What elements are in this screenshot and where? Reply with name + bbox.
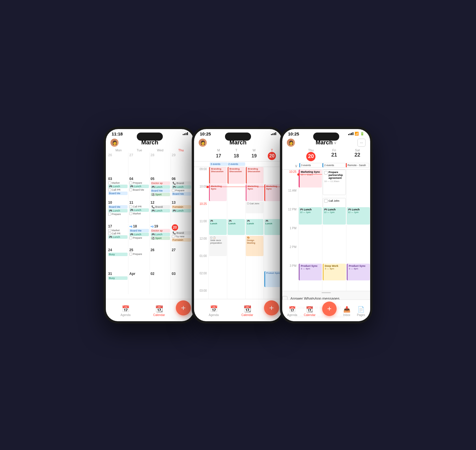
tab-agenda-3[interactable]: 📅 Agenda [287, 306, 297, 317]
cal-day-26[interactable]: 26 [108, 153, 128, 176]
fab-3[interactable]: + [322, 302, 337, 316]
cal-day-24[interactable]: 24 Busy [108, 247, 128, 271]
tab-calendar-1[interactable]: 📆 Calendar [142, 305, 176, 317]
event-lunch-19-t[interactable]: 🎮 Lunch [246, 219, 263, 235]
event-funraisin-20[interactable]: Funraisin [172, 238, 191, 242]
event-lunch-20-t[interactable]: 🎮 Lunch [264, 219, 282, 235]
cal-day-05[interactable]: 05 Doctor ap 🎮 Lunch Board Me ⚽ Sport [150, 176, 171, 199]
cal-day-28[interactable]: 28 [150, 153, 171, 176]
events-badge-17[interactable]: 3 events [210, 162, 228, 166]
cal-day-25[interactable]: 25 Prepare [129, 247, 150, 271]
event-lunch-12[interactable]: 🎮 Lunch [151, 209, 170, 212]
event-branding-19[interactable]: Branding Discussion [246, 167, 263, 184]
event-boardme-03[interactable]: Board Me [108, 192, 128, 195]
cal-day-11[interactable]: 11 Call PR 🎮 Lunch Market [129, 200, 150, 223]
cal-day-06[interactable]: 06 📞 Brandi 🎮 Lunch Prepare Board Me [171, 176, 192, 199]
event-lunch-13[interactable]: 🎮 Lunch [172, 209, 191, 212]
event-brandi-06[interactable]: 📞 Brandi [172, 181, 191, 185]
avatar-2[interactable]: 👩 [199, 139, 207, 147]
cal-day-apr02[interactable]: 02 [150, 271, 171, 294]
tab-calendar-3[interactable]: 📆 Calendar [304, 306, 316, 317]
event-funraisin-13[interactable]: Funraisin [172, 205, 191, 209]
fab-2[interactable]: + [264, 300, 279, 315]
cal-day-03[interactable]: 03 Market 🎮 Lunch Call PR Board Me [108, 176, 128, 199]
event-lunch-10[interactable]: 🎮 Lunch [108, 209, 128, 212]
event-branding-17[interactable]: Branding Discussion [209, 167, 227, 184]
event-brandi-20[interactable]: 📞 Brandi [172, 231, 191, 235]
event-branding-18[interactable]: Branding Discussion [228, 167, 245, 184]
event-lunch-05[interactable]: 🎮 Lunch [151, 185, 170, 189]
cal-day-19[interactable]: +3 19 Doctor ap 🎮 Lunch ⚽ Sport [150, 224, 171, 247]
event-lunch-18-t[interactable]: 🎮 Lunch [228, 219, 245, 235]
more-button[interactable]: ··· [357, 139, 366, 147]
cal-day-apr[interactable]: Apr [129, 271, 150, 294]
dv-col-fri[interactable]: Fri 21 [322, 148, 346, 161]
cal-day-04[interactable]: 04 Prepare 🎮 Lunch Board Me [129, 176, 150, 199]
fab-1[interactable]: + [176, 300, 191, 315]
event-prepare-partnership[interactable]: Prepare partnership agreement 10 — 11:30… [323, 170, 346, 195]
dv-col-sat[interactable]: Sat 22 [346, 148, 369, 161]
event-boardme-10[interactable]: Board Me [108, 205, 128, 209]
cal-day-13[interactable]: 13 Funraisin 🎮 Lunch [171, 200, 192, 223]
event-boardme-18[interactable]: Board Me [129, 229, 149, 232]
event-lunch-19[interactable]: 🎮 Lunch [151, 233, 170, 236]
event-lunch-11[interactable]: 🎮 Lunch [129, 208, 149, 212]
event-doctor-05[interactable]: Doctor ap [151, 181, 170, 185]
event-lunch-17[interactable]: 🎮 Lunch [108, 235, 128, 239]
event-lunch-03[interactable]: 🎮 Lunch [108, 185, 128, 188]
event-busy-31[interactable]: Busy [108, 276, 128, 280]
event-product-sync-22[interactable]: Product Sync 3 — 4pm [347, 264, 370, 280]
tab-calendar-2[interactable]: 📆 Calendar [230, 305, 264, 317]
cal-day-apr03[interactable]: 03 [171, 271, 192, 294]
event-lunch-04[interactable]: 🎮 Lunch [129, 185, 149, 188]
event-boardme-06b[interactable]: Board Me [172, 192, 191, 196]
cal-day-20[interactable]: 20 📞 Brandi Try new Funraisin [171, 224, 192, 247]
cal-day-29[interactable]: 29 [171, 153, 192, 176]
events-badge-18[interactable]: 2 events [228, 162, 246, 166]
event-deep-work-21[interactable]: Deep Work 3 — 4pm [323, 264, 346, 280]
event-lunch-20-dv[interactable]: 🎮 Lunch 12 — 1pm [299, 207, 322, 225]
dv-col-thu[interactable]: Thu 20 [299, 148, 322, 161]
cal-day-12[interactable]: 12 📞 Brandi 🎮 Lunch [150, 200, 171, 223]
tab-inbox-3[interactable]: 📥 Inbox [343, 306, 350, 317]
week-col-m[interactable]: M 17 [210, 148, 228, 160]
event-doctor-19[interactable]: Doctor ap [151, 229, 170, 232]
event-lunch-17-t[interactable]: 🎮 Lunch [209, 219, 227, 235]
cal-day-27[interactable]: 27 [129, 153, 150, 176]
event-lunch-18[interactable]: 🎮 Lunch [129, 233, 149, 236]
event-slide-17[interactable]: ☐ 📋 Slide deck preparation [209, 236, 227, 256]
event-marketing-sync-20[interactable]: Marketing Sync 10 — 11am [299, 170, 322, 188]
week-col-w[interactable]: W 19 [245, 148, 263, 160]
event-design-19[interactable]: 🎨 Design Meeting [246, 236, 263, 256]
cal-day-18[interactable]: +5 18 Board Me 🎮 Lunch Prepare [129, 224, 150, 247]
event-sport-19[interactable]: ⚽ Sport [151, 236, 170, 240]
tab-agenda-2[interactable]: 📅 Agenda [197, 305, 230, 317]
chevron-down-icon[interactable]: ∨ [334, 140, 337, 145]
cal-day-26b[interactable]: 26 [150, 247, 171, 271]
event-product-sync-20[interactable]: Product Sync 3 — 4pm [299, 264, 322, 280]
event-remote-sarah[interactable]: Remote - Sarah [346, 163, 369, 168]
event-calljohn-19[interactable]: ☐ Call John [246, 202, 263, 213]
event-lunch-06[interactable]: 🎮 Lunch [172, 185, 191, 189]
event-brandi-12[interactable]: 📞 Brandi [151, 205, 170, 209]
day-tue: Tue [129, 148, 150, 152]
all-day-toggle[interactable]: ∨ [283, 163, 299, 168]
week-col-t2[interactable]: T 20 [263, 148, 281, 160]
event-sport-05[interactable]: ⚽ Sport [151, 193, 170, 196]
tab-agenda-1[interactable]: 📅 Agenda [109, 305, 142, 317]
event-product-20-t[interactable]: Product Sync [264, 271, 282, 287]
avatar-3[interactable]: 👩 [287, 139, 295, 147]
tab-pages-3[interactable]: 📄 Pages [357, 306, 365, 317]
event-lunch-22-dv[interactable]: 🎮 Lunch 12 — 1pm [347, 207, 370, 225]
week-col-t1[interactable]: T 18 [228, 148, 246, 160]
event-boardme-05[interactable]: Board Me [151, 189, 170, 192]
event-lunch-21-dv[interactable]: 🎮 Lunch 12 — 1pm [323, 207, 346, 225]
cal-day-27[interactable]: 27 [171, 247, 192, 271]
events-badge-thu[interactable]: 3 events [299, 163, 322, 168]
cal-day-17[interactable]: 17 Market Call PR 🎮 Lunch [108, 224, 128, 247]
cal-day-10[interactable]: 10 Board Me 🎮 Lunch Prepare [108, 200, 128, 223]
event-busy-24[interactable]: Busy [108, 253, 128, 256]
avatar-1[interactable]: 👩 [110, 139, 119, 147]
events-badge-fri[interactable]: 2 events [322, 163, 346, 168]
cal-day-31[interactable]: 31 Busy [108, 271, 128, 294]
